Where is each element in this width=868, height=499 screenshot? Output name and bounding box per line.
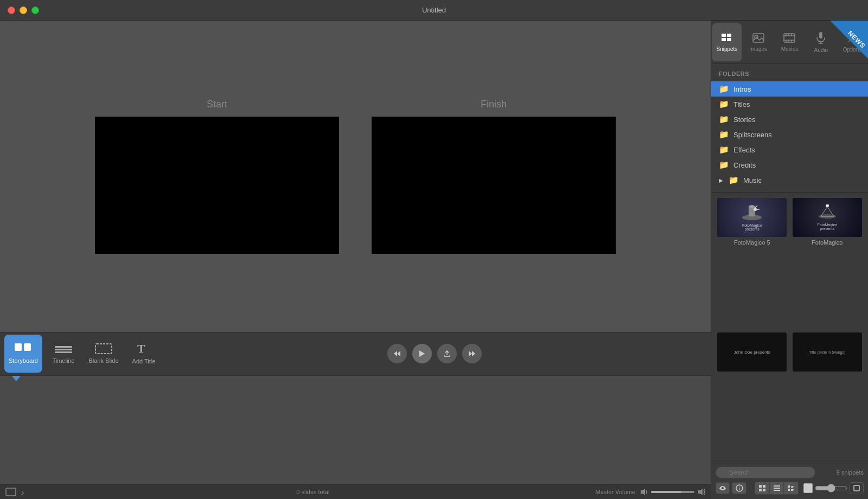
tab-audio[interactable]: Audio [806,23,835,61]
folder-label-effects: Effects [733,146,755,154]
volume-label: Master Volume: [596,489,637,495]
svg-rect-61 [854,485,859,491]
storyboard-icon [15,343,32,354]
folder-item-credits[interactable]: 📁 Credits [711,157,868,172]
storyboard-button[interactable]: Storyboard [4,335,42,373]
blank-slide-button[interactable]: Blank Slide [85,335,123,373]
snippet-label-2: FotoMagico [812,239,843,246]
svg-rect-0 [15,343,22,351]
snippets-tab-label: Snippets [716,46,737,52]
timeline-button[interactable]: Timeline [44,335,82,373]
grid-icon [759,485,765,491]
snippet-item-4[interactable]: Title (Slide in Swings) [792,332,863,456]
info-button[interactable]: i [732,482,746,494]
play-icon [419,350,425,357]
folder-item-stories[interactable]: 📁 Stories [711,112,868,127]
fit-icon [853,485,860,491]
storyboard-area[interactable] [0,375,711,484]
preview-area: Start Finish [0,21,711,332]
start-panel: Start [95,99,339,254]
svg-rect-56 [791,486,794,487]
movies-tab-label: Movies [781,46,799,52]
sidebar-structure: Snippets Images Movies Audio Options NEW… [711,21,868,499]
snippet-label-1: FotoMagico 5 [734,239,770,246]
maximize-button[interactable] [31,7,39,14]
detail-view-button[interactable] [784,482,798,494]
tab-movies[interactable]: Movies [775,23,805,61]
spotlight-icon [818,204,837,220]
folder-icon-titles: 📁 [719,99,729,109]
folder-item-splitscreens[interactable]: 📁 Splitscreens [711,127,868,142]
share-button[interactable] [437,344,457,363]
folders-header: FOLDERS [711,68,868,81]
images-tab-label: Images [749,46,767,52]
grid-view-button[interactable] [755,482,769,494]
folder-item-effects[interactable]: 📁 Effects [711,142,868,157]
svg-point-38 [754,208,757,211]
fastforward-button[interactable] [462,344,482,363]
svg-rect-54 [774,490,780,491]
folder-icon-splitscreens: 📁 [719,130,729,139]
tab-snippets[interactable]: Snippets [712,23,742,61]
add-title-button[interactable]: T Add Title [125,335,163,373]
snippet-item-3[interactable]: John Doe presents [717,332,788,456]
statusbar-left: ♪ [5,488,30,496]
volume-fill [651,491,681,493]
play-button[interactable] [412,344,432,363]
folder-item-music[interactable]: ▶ 📁 Music [711,172,868,188]
minimize-button[interactable] [20,7,27,14]
close-button[interactable] [8,7,15,14]
folder-item-titles[interactable]: 📁 Titles [711,97,868,112]
blank-slide-label: Blank Slide [88,357,118,364]
svg-marker-15 [698,489,703,495]
fit-button[interactable] [850,482,864,494]
share-icon [443,350,451,357]
color-swatch-button[interactable] [803,483,813,493]
svg-rect-1 [24,343,31,351]
tab-images[interactable]: Images [744,23,773,61]
svg-rect-51 [763,489,765,491]
storyboard-label: Storyboard [9,357,38,364]
snippet-item-2[interactable]: FotoMagico presents FotoMagico [792,198,863,328]
folder-label-titles: Titles [733,100,750,108]
folder-label-stories: Stories [733,116,755,124]
window-title: Untitled [422,6,446,14]
svg-rect-58 [788,489,790,491]
title-bar: Untitled [0,0,868,21]
svg-rect-22 [784,34,795,42]
blank-slide-icon [95,343,112,354]
snippet-present-content-1: FotoMagico presents [735,204,769,231]
svg-rect-31 [819,32,822,39]
search-row: 🔍 9 snippets [716,466,864,478]
list-view-button[interactable] [770,482,784,494]
svg-rect-49 [763,485,765,488]
music-icon: ♪ [21,488,30,496]
start-screen [95,117,339,254]
volume-slider[interactable] [651,491,694,493]
timeline-indicator [12,376,21,381]
zoom-slider[interactable] [815,484,847,492]
snippet-thumb-1: FotoMagico presents [717,198,787,237]
svg-rect-17 [727,34,731,37]
right-sidebar: Snippets Images Movies Audio Options NEW… [711,21,868,499]
folder-label-splitscreens: Splitscreens [733,131,772,139]
svg-rect-50 [759,489,762,491]
timeline-icon [55,343,72,354]
slides-count: 0 slides total [296,489,329,495]
svg-rect-19 [727,38,731,41]
svg-marker-14 [641,489,645,495]
folder-item-intros[interactable]: 📁 Intros [711,81,868,97]
list-icon [774,485,780,491]
toolbar: Storyboard Timeline Blank Sl [0,332,711,375]
search-input[interactable] [716,466,815,478]
svg-rect-60 [791,490,793,491]
movies-icon [783,33,795,44]
snippet-item-1[interactable]: FotoMagico presents FotoMagico 5 [717,198,788,328]
eye-button[interactable] [716,482,730,494]
folder-label-intros: Intros [733,85,751,93]
svg-rect-18 [722,38,726,41]
rewind-button[interactable] [387,344,407,363]
svg-marker-10 [469,351,472,356]
svg-marker-7 [394,351,397,356]
svg-rect-48 [759,485,762,488]
